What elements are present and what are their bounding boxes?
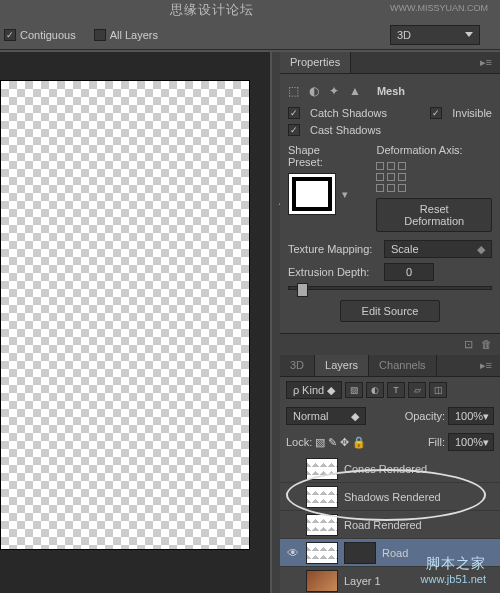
material-icon[interactable]: ◐ [309,84,319,98]
layer-name: Road [382,547,408,559]
extrusion-depth-label: Extrusion Depth: [288,266,378,278]
layer-mask[interactable] [344,542,376,564]
layer-row[interactable]: Cones Rendered [280,455,500,483]
lock-label: Lock: [286,436,312,448]
tab-properties[interactable]: Properties [280,52,351,73]
watermark: 脚本之家 www.jb51.net [421,555,486,585]
reset-deformation-button[interactable]: Reset Deformation [376,198,492,232]
layer-thumbnail[interactable] [306,514,338,536]
lock-move-icon[interactable]: ✥ [340,436,349,449]
invisible-checkbox[interactable]: ✓ [430,107,442,119]
fill-label: Fill: [428,436,445,448]
tab-channels[interactable]: Channels [369,355,436,376]
tab-3d[interactable]: 3D [280,355,315,376]
properties-footer: ⊡🗑 [280,333,500,355]
all-layers-checkbox[interactable] [94,29,106,41]
app-title: 思缘设计论坛 [170,1,254,19]
watermark-url: www.jb51.net [421,573,486,585]
all-layers-label: All Layers [110,29,158,41]
layer-thumbnail[interactable] [306,570,338,592]
right-panels: Properties ▸≡ ⬚ ◐ ✦ ▲ Mesh ✓ Catch Shado… [280,52,500,593]
layer-name: Layer 1 [344,575,381,587]
texture-mapping-label: Texture Mapping: [288,243,378,255]
filter-shape-icon[interactable]: ▱ [408,382,426,398]
panel-icon[interactable]: ⊡ [464,338,473,351]
layer-row[interactable]: Shadows Rendered [280,483,500,511]
catch-shadows-checkbox[interactable]: ✓ [288,107,300,119]
lock-trans-icon[interactable]: ▧ [315,436,325,449]
catch-shadows-label: Catch Shadows [310,107,387,119]
invisible-label: Invisible [452,107,492,119]
extrusion-depth-value: 0 [406,266,412,278]
layer-name: Shadows Rendered [344,491,441,503]
layer-name: Road Rendered [344,519,422,531]
cast-shadows-checkbox[interactable]: ✓ [288,124,300,136]
texture-mapping-value: Scale [391,243,419,255]
options-bar: ✓ Contiguous All Layers 3D [0,20,500,50]
chevron-down-icon [465,32,473,37]
panel-menu-icon[interactable]: ▸≡ [472,52,500,73]
document-canvas[interactable] [0,80,250,550]
filter-pixel-icon[interactable]: ▧ [345,382,363,398]
cast-shadows-label: Cast Shadows [310,124,381,136]
opacity-label: Opacity: [405,410,445,422]
filter-smart-icon[interactable]: ◫ [429,382,447,398]
mode-value: 3D [397,29,411,41]
mesh-label: Mesh [377,85,405,97]
mesh-icon[interactable]: ⬚ [288,84,299,98]
mode-select[interactable]: 3D [390,25,480,45]
blend-value: Normal [293,410,328,422]
layer-name: Cones Rendered [344,463,427,475]
visibility-toggle[interactable]: 👁 [280,546,306,560]
layer-thumbnail[interactable] [306,486,338,508]
layer-thumbnail[interactable] [306,458,338,480]
fill-input[interactable]: 100%▾ [448,433,494,451]
kind-filter[interactable]: ρKind◆ [286,381,342,399]
contiguous-label: Contiguous [20,29,76,41]
deformation-axis-label: Deformation Axis: [376,144,492,156]
lock-brush-icon[interactable]: ✎ [328,436,337,449]
edit-source-button[interactable]: Edit Source [340,300,440,322]
source-url: WWW.MISSYUAN.COM [390,3,488,13]
kind-label: Kind [302,384,324,396]
shape-preset-thumb[interactable] [288,173,336,215]
lock-all-icon[interactable]: 🔒 [352,436,366,449]
layer-thumbnail[interactable] [306,542,338,564]
texture-mapping-select[interactable]: Scale◆ [384,240,492,258]
opacity-value: 100% [455,410,483,422]
canvas-area [0,52,270,593]
contiguous-checkbox[interactable]: ✓ [4,29,16,41]
deformation-axis-grid[interactable] [376,162,492,192]
fill-value: 100% [455,436,483,448]
layer-row[interactable]: Road Rendered [280,511,500,539]
filter-adjust-icon[interactable]: ◐ [366,382,384,398]
filter-type-icon[interactable]: T [387,382,405,398]
blend-mode-select[interactable]: Normal◆ [286,407,366,425]
opacity-input[interactable]: 100%▾ [448,407,494,425]
trash-icon[interactable]: 🗑 [481,338,492,351]
watermark-text: 脚本之家 [421,555,486,573]
properties-tabs: Properties ▸≡ [280,52,500,74]
properties-body: ⬚ ◐ ✦ ▲ Mesh ✓ Catch Shadows ✓ Invisible… [280,74,500,333]
scene-icon[interactable]: ▲ [349,84,361,98]
light-icon[interactable]: ✦ [329,84,339,98]
extrusion-depth-input[interactable]: 0 [384,263,434,281]
tab-layers[interactable]: Layers [315,355,369,376]
extrusion-slider[interactable] [288,286,492,290]
shape-preset-label: Shape Preset: [288,144,356,168]
panel-menu-icon[interactable]: ▸≡ [472,355,500,376]
